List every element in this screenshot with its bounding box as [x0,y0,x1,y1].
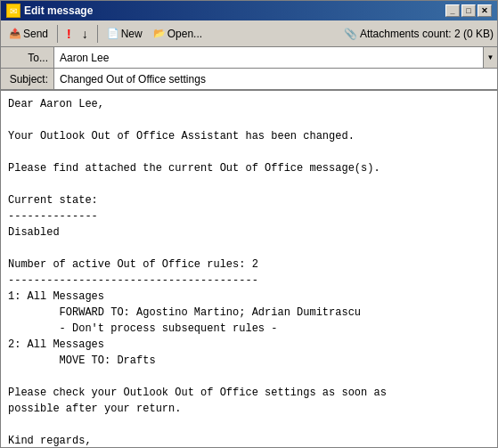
attachment-icon: 📎 [344,28,357,40]
minimize-button[interactable]: _ [445,4,460,17]
window-title: Edit message [24,4,93,17]
title-bar-left: ✉ Edit message [6,4,93,18]
message-area [1,90,497,447]
open-button[interactable]: 📂 Open... [149,23,207,45]
to-scroll-arrow: ▼ [483,47,497,68]
open-label: Open... [167,28,202,40]
title-bar-buttons: _ □ ✕ [445,4,492,17]
attachments-count-label: Attachments count: 2 (0 KB) [360,28,494,40]
priority-button[interactable]: ! [62,23,76,45]
separator-2 [97,25,98,43]
to-field-row: To... ▼ [1,47,497,69]
subject-label: Subject: [1,69,54,89]
open-icon: 📂 [153,28,166,39]
maximize-button[interactable]: □ [461,4,476,17]
send-label: Send [23,28,48,40]
edit-message-window: ✉ Edit message _ □ ✕ 📤 Send ! ↓ 📄 New 📂 … [0,0,498,448]
send-icon: 📤 [9,28,21,39]
subject-input[interactable] [54,69,497,89]
title-bar: ✉ Edit message _ □ ✕ [1,1,497,20]
down-priority-button[interactable]: ↓ [78,23,93,45]
separator-1 [57,25,58,43]
new-button[interactable]: 📄 New [102,23,147,45]
attachments-info: 📎 Attachments count: 2 (0 KB) [344,28,494,40]
message-body[interactable] [1,90,497,447]
to-label[interactable]: To... [1,47,54,68]
send-button[interactable]: 📤 Send [4,23,53,45]
window-icon: ✉ [6,4,20,18]
subject-field-row: Subject: [1,69,497,90]
to-input[interactable] [54,47,483,68]
close-button[interactable]: ✕ [478,4,492,17]
priority-icon: ! [67,27,71,41]
toolbar: 📤 Send ! ↓ 📄 New 📂 Open... 📎 Attachments… [1,20,497,47]
new-label: New [121,28,143,40]
new-doc-icon: 📄 [107,28,119,39]
down-icon: ↓ [82,27,88,41]
